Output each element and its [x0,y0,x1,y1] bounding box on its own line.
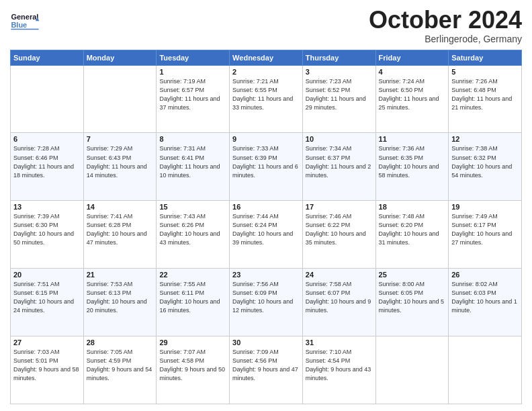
sunset-text: Sunset: 6:57 PM [159,87,204,93]
sunrise-text: Sunrise: 7:24 AM [379,78,425,85]
day-number: 12 [451,135,519,143]
table-row: 10Sunrise: 7:34 AMSunset: 6:37 PMDayligh… [302,133,375,201]
day-number: 17 [306,203,373,211]
table-row [375,336,449,404]
day-info: Sunrise: 7:58 AMSunset: 6:07 PMDaylight:… [306,280,373,315]
sunrise-text: Sunrise: 7:38 AM [451,145,498,152]
sunset-text: Sunset: 6:35 PM [379,154,424,161]
day-info: Sunrise: 7:39 AMSunset: 6:30 PMDaylight:… [13,212,81,247]
day-info: Sunrise: 7:23 AMSunset: 6:52 PMDaylight:… [306,77,373,112]
day-info: Sunrise: 7:44 AMSunset: 6:24 PMDaylight:… [232,212,300,247]
sunset-text: Sunset: 6:43 PM [87,154,132,161]
table-row: 14Sunrise: 7:41 AMSunset: 6:28 PMDayligh… [83,201,157,269]
day-info: Sunrise: 7:53 AMSunset: 6:13 PMDaylight:… [87,280,154,315]
daylight-text: Daylight: 10 hours and 5 minutes. [379,298,445,314]
day-number: 30 [232,338,300,347]
sunrise-text: Sunrise: 7:26 AM [451,78,498,85]
table-row: 5Sunrise: 7:26 AMSunset: 6:48 PMDaylight… [449,65,522,133]
day-number: 8 [159,135,226,143]
day-info: Sunrise: 7:49 AMSunset: 6:17 PMDaylight:… [451,212,519,247]
table-row: 22Sunrise: 7:55 AMSunset: 6:11 PMDayligh… [157,269,230,336]
calendar-header-row: Sunday Monday Tuesday Wednesday Thursday… [11,50,522,65]
day-info: Sunrise: 7:03 AMSunset: 5:01 PMDaylight:… [13,348,81,383]
daylight-text: Daylight: 10 hours and 9 minutes. [306,298,371,314]
sunset-text: Sunset: 6:41 PM [159,154,204,161]
daylight-text: Daylight: 10 hours and 47 minutes. [87,230,147,246]
svg-text:Blue: Blue [11,21,27,29]
sunrise-text: Sunrise: 7:48 AM [379,213,425,220]
sunset-text: Sunset: 6:03 PM [451,289,496,296]
day-number: 9 [232,135,300,143]
table-row: 17Sunrise: 7:46 AMSunset: 6:22 PMDayligh… [302,201,375,269]
sunset-text: Sunset: 6:26 PM [159,222,204,228]
day-info: Sunrise: 7:46 AMSunset: 6:22 PMDaylight:… [306,212,373,247]
day-info: Sunrise: 7:56 AMSunset: 6:09 PMDaylight:… [232,280,300,315]
sunset-text: Sunset: 6:39 PM [232,154,277,161]
table-row: 3Sunrise: 7:23 AMSunset: 6:52 PMDaylight… [302,65,375,133]
logo: General Blue [10,7,47,37]
table-row: 27Sunrise: 7:03 AMSunset: 5:01 PMDayligh… [11,336,84,404]
daylight-text: Daylight: 10 hours and 20 minutes. [87,298,147,314]
sunset-text: Sunset: 6:50 PM [379,87,424,93]
col-thursday: Thursday [302,50,375,65]
daylight-text: Daylight: 11 hours and 2 minutes. [306,163,371,179]
daylight-text: Daylight: 10 hours and 58 minutes. [379,163,439,179]
day-info: Sunrise: 7:29 AMSunset: 6:43 PMDaylight:… [87,144,154,179]
day-number: 19 [451,203,519,211]
table-row: 15Sunrise: 7:43 AMSunset: 6:26 PMDayligh… [157,201,230,269]
sunrise-text: Sunrise: 7:36 AM [379,145,425,152]
daylight-text: Daylight: 11 hours and 6 minutes. [232,163,298,179]
col-wednesday: Wednesday [230,50,303,65]
sunrise-text: Sunrise: 8:02 AM [451,281,498,287]
sunset-text: Sunset: 5:01 PM [13,357,58,364]
daylight-text: Daylight: 11 hours and 33 minutes. [232,95,293,111]
sunrise-text: Sunrise: 7:29 AM [87,145,133,152]
month-title: October 2024 [369,7,522,34]
daylight-text: Daylight: 10 hours and 35 minutes. [306,230,366,246]
table-row: 12Sunrise: 7:38 AMSunset: 6:32 PMDayligh… [449,133,522,201]
table-row: 6Sunrise: 7:28 AMSunset: 6:46 PMDaylight… [11,133,84,201]
sunset-text: Sunset: 6:17 PM [451,222,496,228]
calendar-table: Sunday Monday Tuesday Wednesday Thursday… [10,50,522,404]
day-number: 10 [306,135,373,143]
day-number: 14 [87,203,154,211]
day-info: Sunrise: 7:33 AMSunset: 6:39 PMDaylight:… [232,144,300,179]
calendar-week-row: 6Sunrise: 7:28 AMSunset: 6:46 PMDaylight… [11,133,522,201]
table-row: 9Sunrise: 7:33 AMSunset: 6:39 PMDaylight… [230,133,303,201]
day-number: 28 [87,338,154,347]
daylight-text: Daylight: 9 hours and 50 minutes. [159,366,225,381]
daylight-text: Daylight: 9 hours and 47 minutes. [232,366,298,381]
day-number: 18 [379,203,446,211]
day-number: 2 [232,68,300,76]
daylight-text: Daylight: 10 hours and 50 minutes. [13,230,74,246]
sunset-text: Sunset: 6:05 PM [379,289,424,296]
sunrise-text: Sunrise: 7:41 AM [87,213,133,220]
day-number: 11 [379,135,446,143]
daylight-text: Daylight: 11 hours and 29 minutes. [306,95,366,111]
sunset-text: Sunset: 4:59 PM [87,357,132,364]
day-number: 20 [13,271,81,279]
day-info: Sunrise: 7:09 AMSunset: 4:56 PMDaylight:… [232,348,300,383]
day-info: Sunrise: 7:31 AMSunset: 6:41 PMDaylight:… [159,144,226,179]
sunset-text: Sunset: 4:54 PM [306,357,351,364]
day-info: Sunrise: 7:36 AMSunset: 6:35 PMDaylight:… [379,144,446,179]
day-number: 21 [87,271,154,279]
col-saturday: Saturday [449,50,522,65]
table-row: 19Sunrise: 7:49 AMSunset: 6:17 PMDayligh… [449,201,522,269]
calendar-week-row: 13Sunrise: 7:39 AMSunset: 6:30 PMDayligh… [11,201,522,269]
sunrise-text: Sunrise: 7:33 AM [232,145,279,152]
daylight-text: Daylight: 10 hours and 31 minutes. [379,230,439,246]
table-row: 21Sunrise: 7:53 AMSunset: 6:13 PMDayligh… [83,269,157,336]
sunset-text: Sunset: 4:58 PM [159,357,204,364]
table-row: 8Sunrise: 7:31 AMSunset: 6:41 PMDaylight… [157,133,230,201]
day-info: Sunrise: 7:43 AMSunset: 6:26 PMDaylight:… [159,212,226,247]
table-row: 26Sunrise: 8:02 AMSunset: 6:03 PMDayligh… [449,269,522,336]
table-row: 23Sunrise: 7:56 AMSunset: 6:09 PMDayligh… [230,269,303,336]
day-number: 13 [13,203,81,211]
daylight-text: Daylight: 10 hours and 43 minutes. [159,230,220,246]
daylight-text: Daylight: 11 hours and 14 minutes. [87,163,147,179]
table-row: 13Sunrise: 7:39 AMSunset: 6:30 PMDayligh… [11,201,84,269]
svg-text:General: General [11,13,38,21]
table-row [11,65,84,133]
table-row: 30Sunrise: 7:09 AMSunset: 4:56 PMDayligh… [230,336,303,404]
